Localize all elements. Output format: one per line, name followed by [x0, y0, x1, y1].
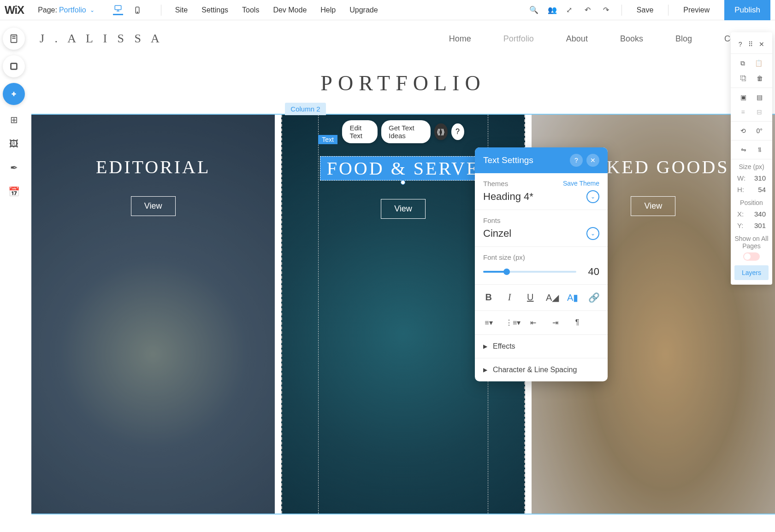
font-size-slider[interactable]: [483, 271, 576, 273]
copy-icon[interactable]: ⧉: [740, 59, 745, 67]
show-all-pages-toggle[interactable]: [743, 252, 760, 261]
x-label: X:: [737, 210, 744, 218]
preview-button[interactable]: Preview: [678, 6, 715, 14]
undo-icon[interactable]: ↶: [585, 6, 594, 15]
drag-handle-icon[interactable]: ⠿: [748, 41, 753, 48]
publish-button[interactable]: Publish: [724, 0, 770, 20]
nav-portfolio[interactable]: Portfolio: [503, 34, 534, 44]
indent-decrease-icon[interactable]: ⇤: [527, 318, 538, 327]
distribute-icon[interactable]: ⊟: [757, 108, 762, 116]
duplicate-icon[interactable]: ⿻: [740, 75, 747, 82]
font-size-value[interactable]: 40: [583, 266, 599, 278]
menu-upgrade[interactable]: Upgrade: [349, 6, 378, 14]
font-dropdown-icon[interactable]: ⌄: [586, 227, 599, 240]
site-logo[interactable]: J . A L I S S A: [40, 32, 163, 46]
search-icon[interactable]: 🔍: [529, 6, 538, 15]
delete-icon[interactable]: 🗑: [757, 75, 763, 82]
rotate-icon[interactable]: ⟲: [740, 127, 746, 134]
desktop-icon[interactable]: [113, 5, 123, 15]
svg-point-4: [137, 12, 138, 12]
top-bar: WiX Page: Portfolio ⌄ Site Settings Tool…: [0, 0, 775, 20]
fonts-label: Fonts: [483, 216, 501, 224]
column-title[interactable]: EDITORIAL: [96, 156, 211, 178]
menu-settings[interactable]: Settings: [201, 6, 228, 14]
menu-help[interactable]: Help: [320, 6, 336, 14]
inspector-help-icon[interactable]: ?: [739, 41, 742, 48]
show-pages-label: Show on All Pages: [731, 235, 772, 250]
panel-close-icon[interactable]: ✕: [586, 154, 599, 167]
mobile-icon[interactable]: [132, 5, 142, 15]
chevron-right-icon: ▶: [483, 367, 487, 373]
nav-blog[interactable]: Blog: [675, 34, 692, 44]
get-text-ideas-button[interactable]: Get Text Ideas: [381, 120, 431, 143]
background-panel-icon[interactable]: [3, 55, 25, 77]
menu-devmode[interactable]: Dev Mode: [273, 6, 307, 14]
effects-row[interactable]: ▶Effects: [475, 335, 608, 358]
column-1[interactable]: EDITORIAL View: [31, 115, 275, 514]
rotation-value[interactable]: 0°: [756, 127, 762, 134]
bold-button[interactable]: B: [483, 292, 494, 303]
nav-books[interactable]: Books: [620, 34, 643, 44]
redo-icon[interactable]: ↷: [603, 6, 612, 15]
flip-v-icon[interactable]: ⥮: [757, 146, 763, 153]
bookings-icon[interactable]: 📅: [5, 182, 23, 201]
underline-button[interactable]: U: [525, 292, 536, 303]
arrange-back-icon[interactable]: ▤: [757, 94, 763, 101]
menu-site[interactable]: Site: [175, 6, 188, 14]
page-title[interactable]: PORTFOLIO: [31, 71, 775, 95]
menu-tools[interactable]: Tools: [242, 6, 259, 14]
y-input[interactable]: 301: [754, 222, 766, 229]
users-icon[interactable]: 👥: [548, 6, 557, 15]
view-button[interactable]: View: [381, 199, 426, 219]
bullet-list-icon[interactable]: ⋮≡▾: [505, 318, 516, 327]
ai-icon[interactable]: ⟪⟫: [434, 123, 447, 140]
theme-dropdown-icon[interactable]: ⌄: [586, 190, 599, 203]
view-button[interactable]: View: [131, 196, 176, 216]
highlight-icon[interactable]: A▮: [567, 292, 578, 303]
zoom-out-icon[interactable]: ⤢: [566, 6, 575, 15]
layers-button[interactable]: Layers: [734, 265, 769, 280]
paste-icon[interactable]: 📋: [755, 59, 763, 67]
help-icon[interactable]: ?: [451, 123, 464, 140]
pages-panel-icon[interactable]: [3, 28, 25, 50]
height-input[interactable]: 54: [758, 186, 766, 193]
page-label: Page:: [38, 6, 57, 14]
align-icon[interactable]: ≡: [741, 108, 745, 116]
link-icon[interactable]: 🔗: [588, 292, 599, 303]
nav-home[interactable]: Home: [449, 34, 471, 44]
font-size-label: Font size (px): [483, 253, 525, 261]
apps-icon[interactable]: ⊞: [5, 111, 23, 129]
flip-h-icon[interactable]: ⇋: [741, 146, 746, 153]
arrange-front-icon[interactable]: ▣: [740, 94, 746, 101]
add-panel-icon[interactable]: [3, 83, 25, 105]
text-settings-panel: Text Settings ? ✕ ThemesSave Theme Headi…: [475, 147, 608, 381]
x-input[interactable]: 340: [754, 210, 766, 218]
nav-about[interactable]: About: [566, 34, 588, 44]
edit-text-button[interactable]: Edit Text: [342, 120, 378, 143]
save-theme-link[interactable]: Save Theme: [563, 180, 599, 187]
portfolio-columns: EDITORIAL View Column 2 Text Edit Text G…: [31, 114, 775, 514]
width-label: W:: [737, 174, 745, 182]
spacing-row[interactable]: ▶Character & Line Spacing: [475, 358, 608, 381]
save-button[interactable]: Save: [631, 6, 659, 14]
panel-help-icon[interactable]: ?: [570, 154, 583, 167]
column-title-selected[interactable]: FOOD & SERVE: [320, 156, 487, 181]
pen-icon[interactable]: ✒: [5, 158, 23, 177]
column-tag: Column 2: [285, 103, 325, 115]
svg-rect-8: [11, 64, 17, 70]
inspector-close-icon[interactable]: ✕: [759, 41, 764, 48]
media-icon[interactable]: 🖼: [5, 134, 23, 153]
size-label: Size (px): [731, 163, 772, 170]
page-dropdown[interactable]: Portfolio: [59, 6, 86, 14]
width-input[interactable]: 310: [754, 174, 766, 182]
view-button[interactable]: View: [631, 196, 675, 216]
italic-button[interactable]: I: [504, 292, 515, 303]
site-header: J . A L I S S A Home Portfolio About Boo…: [31, 20, 775, 57]
text-color-icon[interactable]: A◢: [546, 292, 557, 303]
chevron-down-icon[interactable]: ⌄: [90, 7, 95, 13]
panel-header[interactable]: Text Settings ? ✕: [475, 147, 608, 173]
y-label: Y:: [737, 222, 743, 229]
indent-increase-icon[interactable]: ⇥: [550, 318, 561, 327]
align-left-icon[interactable]: ≡▾: [483, 318, 494, 327]
text-direction-icon[interactable]: ¶: [572, 318, 583, 327]
